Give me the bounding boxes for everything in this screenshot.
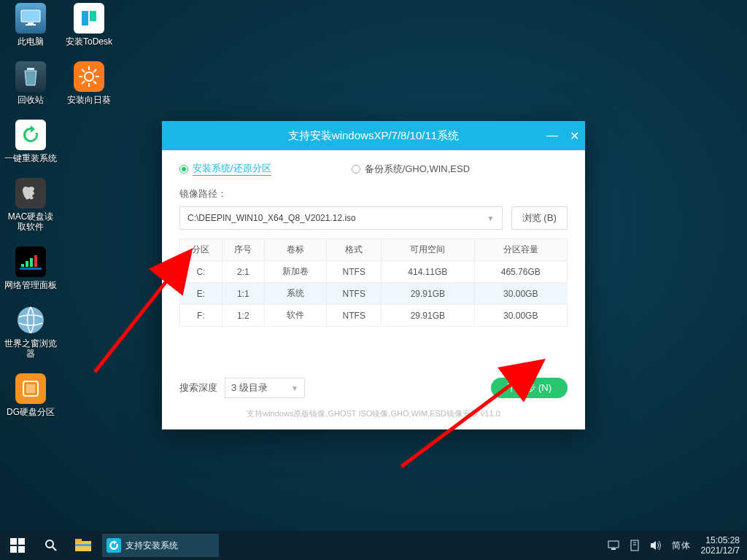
svg-rect-2 [26, 24, 36, 26]
image-path-dropdown[interactable]: C:\DEEPIN_WIN10_X64_Q8_V2021.12.iso ▼ [179, 206, 503, 230]
table-cell: 2:1 [222, 261, 264, 283]
close-button[interactable]: ✕ [563, 121, 585, 150]
table-row[interactable]: C:2:1新加卷NTFS414.11GB465.76GB [180, 261, 568, 283]
svg-rect-3 [27, 68, 34, 70]
taskbar-search-icon[interactable] [35, 531, 67, 560]
path-label: 镜像路径： [179, 187, 568, 201]
desktop-icon-network-panel[interactable]: 网络管理面板 [3, 246, 58, 290]
search-depth-value: 3 级目录 [231, 381, 268, 394]
chevron-down-icon: ▼ [487, 214, 495, 222]
desktop-icon-label: 回收站 [18, 95, 44, 105]
table-cell: 465.76GB [474, 261, 567, 283]
start-button[interactable] [0, 531, 35, 560]
tray-clock[interactable]: 15:05:28 2021/12/7 [701, 535, 740, 556]
radio-icon [352, 165, 360, 174]
radio-icon [179, 165, 188, 174]
table-cell: E: [180, 283, 222, 305]
tab-install[interactable]: 安装系统/还原分区 [179, 162, 271, 176]
svg-rect-11 [26, 384, 35, 393]
tray-volume-icon[interactable] [650, 540, 662, 551]
table-cell: 30.00GB [474, 305, 567, 327]
desktop-icon-label: 世界之窗浏览器 [4, 338, 57, 359]
table-cell: 30.00GB [474, 283, 567, 305]
desktop-icon-recycle-bin[interactable]: 回收站 [3, 61, 58, 105]
browse-button[interactable]: 浏览 (B) [511, 206, 568, 230]
th: 可用空间 [382, 239, 474, 261]
system-tray: 简体 15:05:28 2021/12/7 [608, 535, 747, 556]
desktop-icon-label: 网络管理面板 [4, 280, 57, 290]
svg-rect-28 [75, 539, 82, 542]
partition-table: 分区 序号 卷标 格式 可用空间 分区容量 C:2:1新加卷NTFS414.11… [179, 238, 568, 327]
svg-point-9 [18, 307, 44, 333]
th: 分区 [180, 239, 222, 261]
tab-install-label: 安装系统/还原分区 [193, 162, 271, 176]
taskbar-explorer-icon[interactable] [67, 531, 99, 560]
svg-line-21 [93, 69, 96, 72]
table-cell: 系统 [264, 283, 327, 305]
table-cell: 414.11GB [382, 261, 474, 283]
image-path-value: C:\DEEPIN_WIN10_X64_Q8_V2021.12.iso [187, 213, 356, 223]
svg-rect-32 [631, 540, 638, 551]
tray-display-icon[interactable] [608, 540, 619, 551]
table-cell: 1:1 [222, 283, 264, 305]
next-button[interactable]: 下一步 (N) [491, 378, 568, 398]
minimize-button[interactable]: — [541, 121, 563, 150]
table-cell: 软件 [264, 305, 327, 327]
table-cell: 新加卷 [264, 261, 327, 283]
taskbar-active-task[interactable]: 支持安装系统 [102, 534, 219, 557]
table-cell: NTFS [327, 305, 382, 327]
tray-date: 2021/12/7 [701, 545, 740, 556]
svg-line-20 [93, 81, 96, 84]
desktop-icon-label: 安装向日葵 [67, 95, 111, 105]
desktop-icon-reinstall[interactable]: 一键重装系统 [3, 120, 58, 163]
table-cell: 29.91GB [382, 283, 474, 305]
search-depth-select[interactable]: 3 级目录 ▼ [225, 378, 305, 398]
desktop-icon-label: DG硬盘分区 [7, 407, 55, 417]
tray-network-icon[interactable] [630, 540, 640, 551]
search-depth-label: 搜索深度 [179, 381, 217, 394]
svg-rect-5 [26, 261, 28, 267]
svg-rect-29 [75, 544, 91, 546]
desktop-icon-theworld-browser[interactable]: 世界之窗浏览器 [3, 305, 58, 359]
svg-rect-8 [20, 268, 42, 270]
table-row[interactable]: E:1:1系统NTFS29.91GB30.00GB [180, 283, 568, 305]
desktop-icon-label: 安装ToDesk [66, 36, 112, 47]
svg-point-25 [46, 540, 53, 548]
svg-line-26 [53, 547, 56, 551]
tab-backup-label: 备份系统/GHO,WIN,ESD [365, 163, 470, 176]
tray-ime[interactable]: 简体 [672, 540, 691, 552]
desktop-icon-sunlogin[interactable]: 安装向日葵 [61, 61, 117, 105]
svg-rect-13 [90, 11, 96, 21]
table-header-row: 分区 序号 卷标 格式 可用空间 分区容量 [180, 239, 568, 261]
titlebar[interactable]: 支持安装windowsXP/7/8/10/11系统 — ✕ [162, 121, 585, 150]
taskbar: 支持安装系统 简体 15:05:28 2021/12/7 [0, 531, 747, 560]
table-cell: NTFS [327, 283, 382, 305]
svg-rect-12 [82, 11, 88, 26]
th: 卷标 [264, 239, 327, 261]
svg-rect-6 [30, 258, 33, 267]
windows-logo-icon [10, 538, 25, 553]
window-title: 支持安装windowsXP/7/8/10/11系统 [288, 129, 459, 143]
table-cell: F: [180, 305, 222, 327]
desktop-icon-this-pc[interactable]: 此电脑 [3, 3, 58, 47]
desktop-icon-mac-disk[interactable]: MAC硬盘读取软件 [3, 178, 58, 232]
svg-rect-31 [611, 548, 616, 550]
svg-rect-0 [21, 10, 40, 22]
table-cell: C: [180, 261, 222, 283]
table-row[interactable]: F:1:2软件NTFS29.91GB30.00GB [180, 305, 568, 327]
tray-time: 15:05:28 [701, 535, 740, 545]
th: 序号 [222, 239, 264, 261]
table-cell: NTFS [327, 261, 382, 283]
table-cell: 1:2 [222, 305, 264, 327]
installer-window: 支持安装windowsXP/7/8/10/11系统 — ✕ 安装系统/还原分区 … [162, 121, 585, 429]
desktop-icon-label: MAC硬盘读取软件 [4, 211, 57, 232]
svg-point-14 [85, 72, 93, 81]
desktop-icon-dg-partition[interactable]: DG硬盘分区 [3, 373, 58, 417]
footer-hint: 支持windows原版镜像,GHOST ISO镜像,GHO,WIM,ESD镜像安… [179, 408, 568, 419]
th: 格式 [327, 239, 382, 261]
tab-backup[interactable]: 备份系统/GHO,WIN,ESD [352, 163, 470, 176]
svg-rect-7 [34, 255, 37, 267]
desktop-icon-label: 此电脑 [18, 36, 44, 47]
th: 分区容量 [474, 239, 567, 261]
desktop-icon-todesk[interactable]: 安装ToDesk [61, 3, 117, 47]
